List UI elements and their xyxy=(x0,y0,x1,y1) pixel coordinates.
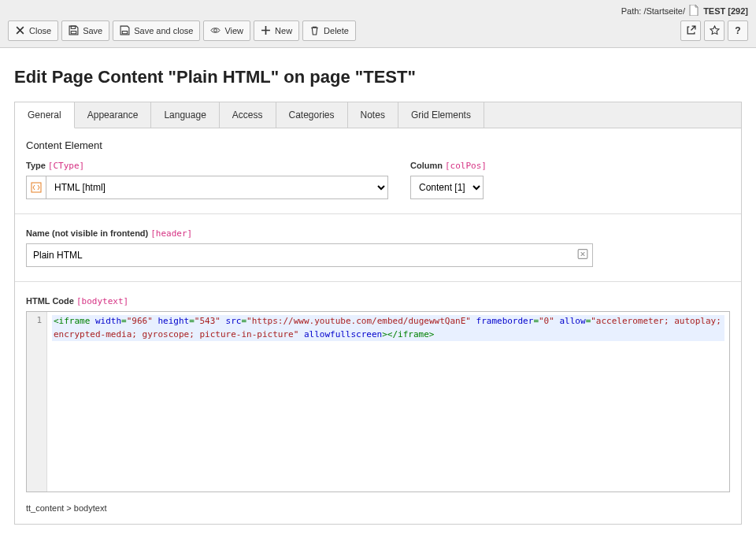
tab-categories[interactable]: Categories xyxy=(276,102,348,128)
field-path: tt_content > bodytext xyxy=(26,497,730,513)
save-close-icon xyxy=(120,25,130,37)
htmlcode-label: HTML Code[bodytext] xyxy=(26,296,730,306)
breadcrumb: Path: /Startseite/ TEST [292] xyxy=(8,5,748,16)
code-gutter: 1 xyxy=(27,312,47,492)
path-current: TEST [292] xyxy=(703,6,748,16)
save-close-button[interactable]: Save and close xyxy=(113,20,200,41)
bookmark-button[interactable] xyxy=(704,20,724,41)
toolbar-right: ? xyxy=(680,20,748,41)
column-label: Column[colPos] xyxy=(410,161,647,171)
delete-button[interactable]: Delete xyxy=(302,20,356,41)
external-icon xyxy=(686,25,696,37)
name-label: Name (not visible in frontend)[header] xyxy=(26,228,730,239)
open-new-window-button[interactable] xyxy=(680,20,701,41)
new-button[interactable]: New xyxy=(254,20,299,41)
tab-language[interactable]: Language xyxy=(151,102,219,128)
svg-rect-1 xyxy=(71,31,76,33)
svg-point-3 xyxy=(214,28,217,32)
star-icon xyxy=(710,25,720,37)
save-icon xyxy=(69,25,79,37)
tab-panel-general: Content Element Type[CType] HTML [html] xyxy=(14,128,742,525)
close-button[interactable]: Close xyxy=(8,20,58,41)
plus-icon xyxy=(261,25,271,37)
clear-icon[interactable] xyxy=(577,249,588,262)
trash-icon xyxy=(309,25,320,37)
path-root-link[interactable]: /Startseite/ xyxy=(643,6,685,16)
divider xyxy=(15,213,741,214)
section-heading: Content Element xyxy=(26,139,730,151)
type-label: Type[CType] xyxy=(26,161,388,171)
page-title: Edit Page Content "Plain HTML" on page "… xyxy=(14,67,742,87)
save-button[interactable]: Save xyxy=(61,20,109,41)
view-button[interactable]: View xyxy=(203,20,250,41)
close-icon xyxy=(15,25,25,37)
divider xyxy=(15,281,741,282)
tab-grid-elements[interactable]: Grid Elements xyxy=(398,102,484,128)
tab-general[interactable]: General xyxy=(15,102,75,128)
eye-icon xyxy=(210,25,220,37)
type-select[interactable]: HTML [html] xyxy=(46,176,388,199)
svg-rect-2 xyxy=(122,31,128,33)
tab-notes[interactable]: Notes xyxy=(348,102,398,128)
tabs: GeneralAppearanceLanguageAccessCategorie… xyxy=(14,102,742,128)
html-type-icon xyxy=(26,176,46,199)
svg-rect-0 xyxy=(71,26,75,28)
name-field[interactable] xyxy=(26,243,593,267)
html-code-editor[interactable]: 1 <iframe width="966" height="543" src="… xyxy=(26,311,730,492)
help-icon: ? xyxy=(735,25,740,36)
toolbar-left: Close Save Save and close View New Delet… xyxy=(8,20,356,41)
tab-appearance[interactable]: Appearance xyxy=(75,102,152,128)
page-icon xyxy=(689,5,699,16)
help-button[interactable]: ? xyxy=(728,20,748,41)
column-select[interactable]: Content [1] xyxy=(410,176,484,199)
tab-access[interactable]: Access xyxy=(220,102,276,128)
